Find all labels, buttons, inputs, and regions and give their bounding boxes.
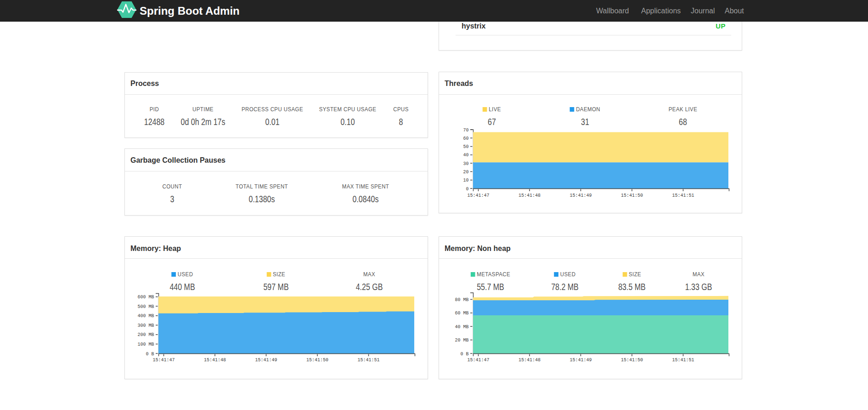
svg-text:0 B: 0 B bbox=[146, 352, 154, 357]
svg-text:20: 20 bbox=[463, 170, 468, 175]
svg-text:15:41:47: 15:41:47 bbox=[467, 358, 489, 363]
svg-text:15:41:50: 15:41:50 bbox=[621, 193, 643, 198]
svg-text:15:41:47: 15:41:47 bbox=[467, 193, 489, 198]
svg-text:40 MB: 40 MB bbox=[455, 325, 468, 330]
svg-text:40: 40 bbox=[463, 153, 468, 158]
svg-text:300 MB: 300 MB bbox=[137, 323, 154, 328]
svg-text:15:41:49: 15:41:49 bbox=[255, 358, 277, 363]
svg-text:15:41:47: 15:41:47 bbox=[152, 358, 175, 363]
svg-text:15:41:50: 15:41:50 bbox=[621, 358, 643, 363]
svg-text:60: 60 bbox=[463, 136, 468, 141]
svg-text:100 MB: 100 MB bbox=[137, 342, 154, 347]
svg-text:50: 50 bbox=[463, 144, 468, 149]
svg-text:15:41:51: 15:41:51 bbox=[357, 358, 379, 363]
svg-text:15:41:48: 15:41:48 bbox=[519, 193, 541, 198]
svg-text:20 MB: 20 MB bbox=[455, 338, 468, 343]
svg-text:30: 30 bbox=[463, 161, 468, 166]
svg-text:0 B: 0 B bbox=[460, 352, 468, 357]
svg-text:500 MB: 500 MB bbox=[137, 304, 154, 309]
svg-text:15:41:49: 15:41:49 bbox=[569, 358, 592, 363]
svg-text:10: 10 bbox=[463, 178, 468, 183]
svg-text:600 MB: 600 MB bbox=[137, 295, 154, 300]
svg-text:15:41:48: 15:41:48 bbox=[519, 358, 541, 363]
svg-text:60 MB: 60 MB bbox=[455, 311, 468, 316]
svg-text:80 MB: 80 MB bbox=[455, 297, 468, 302]
svg-text:15:41:51: 15:41:51 bbox=[672, 358, 694, 363]
svg-text:200 MB: 200 MB bbox=[137, 332, 154, 337]
svg-text:400 MB: 400 MB bbox=[137, 313, 154, 319]
svg-text:15:41:51: 15:41:51 bbox=[672, 193, 694, 198]
svg-text:15:41:48: 15:41:48 bbox=[204, 358, 226, 363]
svg-text:0: 0 bbox=[466, 187, 468, 192]
svg-text:70: 70 bbox=[463, 128, 468, 133]
svg-text:15:41:50: 15:41:50 bbox=[306, 358, 328, 363]
svg-text:15:41:49: 15:41:49 bbox=[569, 193, 592, 198]
